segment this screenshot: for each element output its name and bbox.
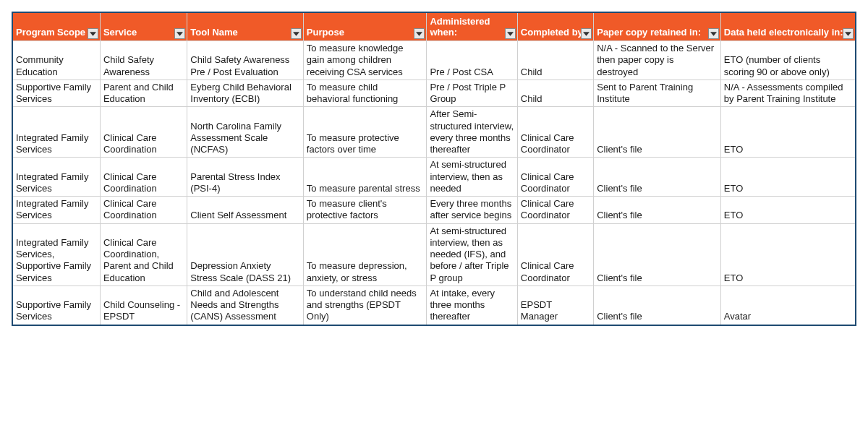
cell-purpose: To measure depression, anxiety, or stres… [303, 223, 427, 286]
cell-data-held: ETO [720, 107, 855, 158]
table-row: Supportive Family ServicesChild Counseli… [13, 286, 855, 324]
cell-tool-name: Child Safety Awareness Pre / Post Evalua… [187, 41, 304, 80]
cell-paper-copy: N/A - Scanned to the Server then paper c… [594, 41, 721, 80]
cell-paper-copy: Client's file [594, 197, 721, 224]
cell-completed-by: EPSDT Manager [517, 286, 593, 324]
cell-tool-name: North Carolina Family Assessment Scale (… [187, 107, 304, 158]
table-row: Integrated Family ServicesClinical Care … [13, 107, 855, 158]
cell-purpose: To measure knowledge gain among children… [303, 41, 427, 80]
cell-service: Parent and Child Education [100, 80, 187, 107]
filter-button[interactable] [88, 28, 98, 39]
filter-button[interactable] [708, 28, 719, 39]
table-row: Supportive Family ServicesParent and Chi… [13, 80, 855, 107]
col-header-paper-copy: Paper copy retained in: [594, 13, 721, 41]
cell-program-scope: Integrated Family Services [13, 158, 100, 197]
cell-purpose: To measure parental stress [303, 158, 427, 197]
cell-purpose: To understand child needs and strengths … [303, 286, 427, 324]
cell-data-held: ETO [720, 158, 855, 197]
col-header-program-scope: Program Scope [13, 13, 100, 41]
header-row: Program Scope Service Tool Name [13, 13, 855, 41]
filter-button[interactable] [843, 28, 854, 39]
chevron-down-icon [507, 32, 514, 36]
cell-data-held: ETO (number of clients scoring 90 or abo… [720, 41, 855, 80]
cell-tool-name: Eyberg Child Behavioral Inventory (ECBI) [187, 80, 304, 107]
chevron-down-icon [845, 32, 851, 36]
cell-administered-when: Every three months after service begins [427, 197, 517, 224]
col-header-label: Data held electronically in: [724, 27, 843, 38]
table-row: Integrated Family Services, Supportive F… [13, 223, 855, 286]
cell-tool-name: Depression Anxiety Stress Scale (DASS 21… [187, 223, 304, 286]
cell-data-held: ETO [720, 197, 855, 224]
cell-completed-by: Clinical Care Coordinator [517, 107, 593, 158]
cell-paper-copy: Client's file [594, 158, 721, 197]
cell-data-held: Avatar [720, 286, 855, 324]
cell-completed-by: Clinical Care Coordinator [517, 197, 593, 224]
table-row: Community EducationChild Safety Awarenes… [13, 41, 855, 80]
cell-program-scope: Integrated Family Services, Supportive F… [13, 223, 100, 286]
cell-program-scope: Supportive Family Services [13, 286, 100, 324]
col-header-label: Paper copy retained in: [597, 27, 701, 38]
cell-paper-copy: Client's file [594, 286, 721, 324]
filter-button[interactable] [581, 28, 592, 39]
cell-administered-when: Pre / Post Triple P Group [427, 80, 517, 107]
cell-service: Clinical Care Coordination [100, 107, 187, 158]
col-header-service: Service [100, 13, 187, 41]
col-header-label: Administered when: [430, 16, 490, 38]
chevron-down-icon [416, 32, 422, 36]
filter-button[interactable] [414, 28, 425, 39]
cell-purpose: To measure client's protective factors [303, 197, 427, 224]
cell-tool-name: Client Self Assessment [187, 197, 304, 224]
filter-button[interactable] [174, 28, 185, 39]
cell-paper-copy: Client's file [594, 223, 721, 286]
cell-completed-by: Clinical Care Coordinator [517, 158, 593, 197]
cell-program-scope: Integrated Family Services [13, 197, 100, 224]
chevron-down-icon [176, 32, 183, 36]
data-table: Program Scope Service Tool Name [13, 13, 855, 325]
cell-tool-name: Parental Stress Index (PSI-4) [187, 158, 304, 197]
cell-administered-when: At semi-structured interview, then as ne… [427, 158, 517, 197]
cell-paper-copy: Sent to Parent Training Institute [594, 80, 721, 107]
cell-paper-copy: Client's file [594, 107, 721, 158]
filter-button[interactable] [291, 28, 302, 39]
col-header-completed-by: Completed by: [517, 13, 593, 41]
chevron-down-icon [293, 32, 299, 36]
cell-purpose: To measure protective factors over time [303, 107, 427, 158]
table-row: Integrated Family ServicesClinical Care … [13, 158, 855, 197]
cell-completed-by: Child [517, 41, 593, 80]
cell-service: Clinical Care Coordination [100, 158, 187, 197]
cell-service: Child Safety Awareness [100, 41, 187, 80]
table-row: Integrated Family ServicesClinical Care … [13, 197, 855, 224]
cell-data-held: ETO [720, 223, 855, 286]
col-header-purpose: Purpose [303, 13, 427, 41]
table-body: Community EducationChild Safety Awarenes… [13, 41, 855, 325]
col-header-label: Purpose [307, 27, 344, 38]
cell-purpose: To measure child behavioral functioning [303, 80, 427, 107]
data-table-container: Program Scope Service Tool Name [12, 12, 856, 326]
cell-completed-by: Child [517, 80, 593, 107]
cell-data-held: N/A - Assessments compiled by Parent Tra… [720, 80, 855, 107]
cell-administered-when: Pre / Post CSA [427, 41, 517, 80]
chevron-down-icon [583, 32, 590, 36]
cell-service: Child Counseling - EPSDT [100, 286, 187, 324]
col-header-tool-name: Tool Name [187, 13, 304, 41]
chevron-down-icon [710, 32, 717, 36]
chevron-down-icon [90, 32, 96, 36]
col-header-data-held: Data held electronically in: [720, 13, 855, 41]
filter-button[interactable] [505, 28, 516, 39]
cell-program-scope: Supportive Family Services [13, 80, 100, 107]
cell-service: Clinical Care Coordination [100, 197, 187, 224]
cell-service: Clinical Care Coordination, Parent and C… [100, 223, 187, 286]
col-header-label: Program Scope [16, 27, 85, 38]
cell-tool-name: Child and Adolescent Needs and Strengths… [187, 286, 304, 324]
cell-administered-when: After Semi-structured interview, every t… [427, 107, 517, 158]
col-header-label: Tool Name [190, 27, 238, 38]
col-header-administered-when: Administered when: [427, 13, 517, 41]
cell-program-scope: Integrated Family Services [13, 107, 100, 158]
cell-administered-when: At intake, every three months thereafter [427, 286, 517, 324]
col-header-label: Completed by: [521, 27, 586, 38]
cell-completed-by: Clinical Care Coordinator [517, 223, 593, 286]
cell-administered-when: At semi-structured interview, then as ne… [427, 223, 517, 286]
col-header-label: Service [103, 27, 137, 38]
cell-program-scope: Community Education [13, 41, 100, 80]
